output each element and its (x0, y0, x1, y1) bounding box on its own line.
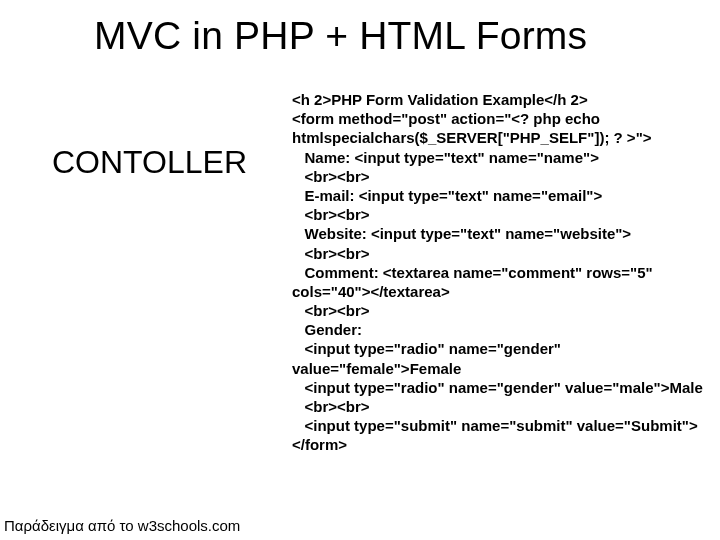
code-line: <form method="post" action="<? php echo (292, 109, 708, 128)
code-line: Name: <input type="text" name="name"> (292, 148, 708, 167)
code-line: <input type="submit" name="submit" value… (292, 416, 708, 435)
section-label: CONTOLLER (52, 144, 247, 181)
code-line: <br><br> (292, 244, 708, 263)
code-block: <h 2>PHP Form Validation Example</h 2><f… (292, 90, 708, 455)
code-line: </form> (292, 435, 708, 454)
code-line: <input type="radio" name="gender" value=… (292, 339, 708, 377)
code-line: E-mail: <input type="text" name="email"> (292, 186, 708, 205)
code-line: <input type="radio" name="gender" value=… (292, 378, 708, 397)
code-line: Comment: <textarea name="comment" rows="… (292, 263, 708, 301)
slide-title: MVC in PHP + HTML Forms (94, 14, 587, 58)
code-line: <br><br> (292, 301, 708, 320)
slide: MVC in PHP + HTML Forms CONTOLLER <h 2>P… (0, 0, 720, 540)
code-line: <br><br> (292, 167, 708, 186)
caption-text: Παράδειγμα από το w3schools.com (4, 517, 240, 534)
code-line: Website: <input type="text" name="websit… (292, 224, 708, 243)
code-line: <h 2>PHP Form Validation Example</h 2> (292, 90, 708, 109)
code-line: htmlspecialchars($_SERVER["PHP_SELF"]); … (292, 128, 708, 147)
code-line: Gender: (292, 320, 708, 339)
code-line: <br><br> (292, 205, 708, 224)
code-line: <br><br> (292, 397, 708, 416)
